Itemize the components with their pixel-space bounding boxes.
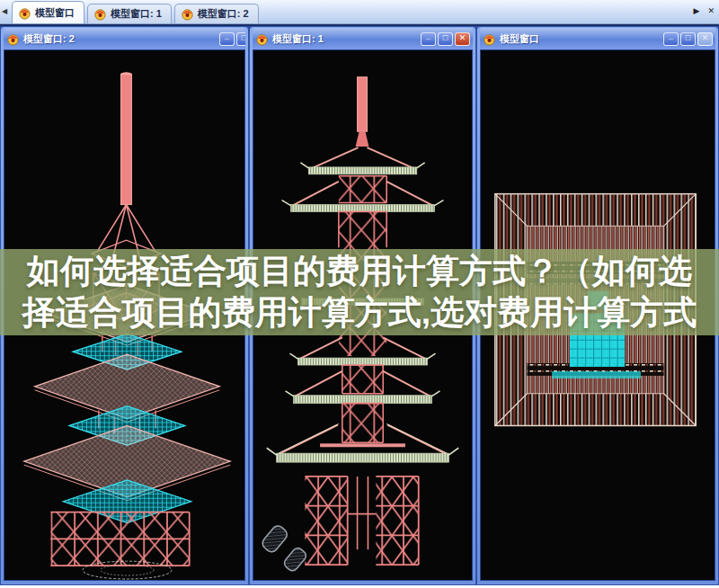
- window-title: 模型窗口: [500, 32, 660, 46]
- eave-level: [300, 147, 424, 202]
- window-title: 模型窗口: 1: [272, 32, 417, 46]
- banner-line-2: 择适合项目的费用计算方式,选对费用计算方式: [22, 292, 697, 334]
- app-screen: ◀ 模型窗口 模型窗口: 1 模型窗口: 2: [0, 0, 719, 588]
- model-window-icon: [18, 6, 31, 20]
- tab-label: 模型窗口: 1: [111, 7, 162, 21]
- tab-model-window-1[interactable]: 模型窗口: 1: [87, 4, 172, 23]
- model-window-icon: [6, 32, 20, 46]
- minimize-button[interactable]: _: [421, 32, 436, 46]
- tab-scroll-right-icon[interactable]: ▶: [694, 6, 700, 15]
- tab-close-icon[interactable]: ✕: [707, 6, 715, 15]
- minimize-button[interactable]: _: [663, 32, 679, 46]
- model-window-icon: [181, 7, 194, 21]
- tab-model-window-2[interactable]: 模型窗口: 2: [174, 4, 259, 23]
- model-window-icon: [483, 32, 496, 46]
- model-window-icon: [255, 32, 269, 46]
- maximize-button[interactable]: □: [236, 32, 245, 46]
- tab-model-window[interactable]: 模型窗口: [12, 1, 84, 23]
- title-banner: 如何选择适合项目的费用计算方式？（如何选 择适合项目的费用计算方式,选对费用计算…: [0, 249, 719, 335]
- minimize-button[interactable]: _: [219, 32, 235, 46]
- tab-scroll-left-icon[interactable]: ◀: [2, 7, 7, 15]
- close-button[interactable]: ✕: [455, 32, 470, 46]
- spire: [356, 77, 369, 147]
- window-title: 模型窗口: 2: [23, 32, 216, 46]
- model-window-icon: [93, 7, 107, 21]
- titlebar-model-1[interactable]: 模型窗口: 1 _ □ ✕: [253, 28, 473, 49]
- tab-bar: ◀ 模型窗口 模型窗口: 1 模型窗口: 2: [0, 0, 719, 24]
- lattice-legs: [305, 477, 418, 565]
- maximize-button[interactable]: □: [680, 32, 696, 46]
- tab-label: 模型窗口: 2: [198, 7, 249, 21]
- maximize-button[interactable]: □: [438, 32, 453, 46]
- footprint-icon: [260, 523, 307, 573]
- titlebar-model[interactable]: 模型窗口 _ □ ✕: [480, 28, 715, 49]
- tab-label: 模型窗口: [35, 6, 75, 20]
- titlebar-model-2[interactable]: 模型窗口: 2 _ □: [4, 28, 245, 49]
- banner-line-1: 如何选择适合项目的费用计算方式？（如何选: [27, 251, 692, 292]
- lattice-legs: [50, 512, 189, 579]
- close-button[interactable]: ✕: [697, 32, 713, 46]
